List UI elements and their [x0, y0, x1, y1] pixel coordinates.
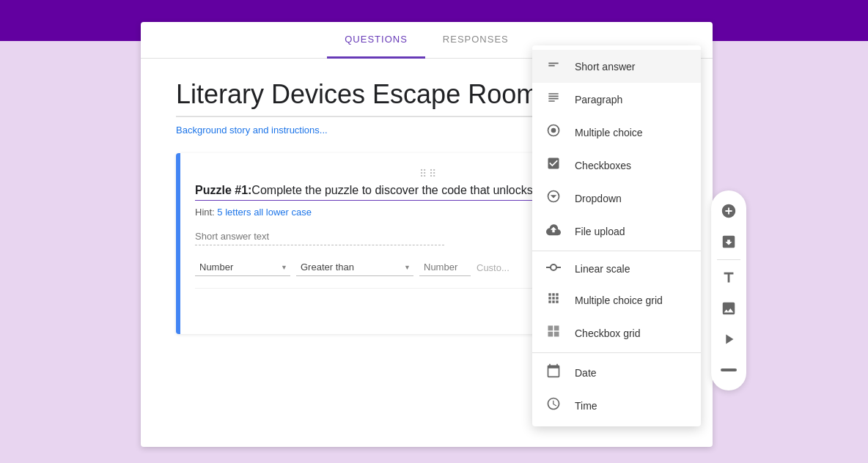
menu-item-multiple-choice[interactable]: Multiple choice [532, 116, 701, 149]
divider-1 [532, 251, 701, 251]
menu-label-checkbox-grid: Checkbox grid [575, 327, 641, 339]
hint-value: 5 letters all lower case [217, 207, 312, 218]
dropdown-menu: Short answer Paragraph Multiple choice C… [532, 45, 701, 426]
menu-item-paragraph[interactable]: Paragraph [532, 83, 701, 116]
tab-questions[interactable]: QUESTIONS [327, 22, 425, 59]
menu-label-dropdown: Dropdown [575, 193, 622, 204]
short-answer-input[interactable] [195, 228, 444, 245]
hint-label: Hint: [195, 207, 215, 218]
condition-select-wrapper: Greater than Less than Equal to Not equa… [290, 259, 413, 276]
right-sidebar [711, 190, 746, 390]
menu-item-short-answer[interactable]: Short answer [532, 50, 701, 83]
menu-label-linear-scale: Linear scale [575, 263, 630, 275]
divider-2 [532, 352, 701, 353]
add-section-button[interactable] [714, 355, 743, 385]
upload-icon [545, 222, 562, 240]
menu-item-linear-scale[interactable]: Linear scale [532, 254, 701, 284]
paragraph-icon [545, 90, 562, 108]
menu-label-multiple-choice-grid: Multiple choice grid [575, 295, 663, 306]
menu-item-time[interactable]: Time [532, 389, 701, 422]
svg-rect-5 [721, 368, 737, 371]
menu-item-multiple-choice-grid[interactable]: Multiple choice grid [532, 284, 701, 316]
linear-icon [545, 262, 562, 276]
menu-label-time: Time [575, 400, 597, 412]
checkbox-grid-icon [545, 324, 562, 342]
type-select[interactable]: Number Text Length Regular expression [195, 259, 290, 276]
add-video-button[interactable] [714, 325, 743, 354]
tab-responses[interactable]: RESPONSES [425, 22, 526, 59]
add-image-button[interactable] [714, 294, 743, 323]
menu-label-short-answer: Short answer [575, 61, 635, 73]
import-questions-button[interactable] [714, 227, 743, 256]
menu-item-date[interactable]: Date [532, 356, 701, 389]
type-select-wrapper: Number Text Length Regular expression [195, 259, 290, 276]
grid-icon [545, 291, 562, 309]
time-icon [545, 396, 562, 415]
menu-label-file-upload: File upload [575, 226, 625, 237]
svg-point-1 [551, 128, 556, 133]
sidebar-divider-1 [717, 259, 740, 260]
add-title-button[interactable] [714, 263, 743, 292]
question-title-bold: Puzzle #1: [195, 184, 251, 197]
menu-item-checkbox-grid[interactable]: Checkbox grid [532, 316, 701, 349]
condition-select[interactable]: Greater than Less than Equal to Not equa… [296, 259, 413, 276]
menu-label-date: Date [575, 367, 597, 379]
menu-label-multiple-choice: Multiple choice [575, 127, 643, 138]
menu-label-paragraph: Paragraph [575, 94, 622, 105]
menu-item-checkboxes[interactable]: Checkboxes [532, 149, 701, 182]
radio-icon [545, 123, 562, 141]
dropdown-icon [545, 189, 562, 207]
menu-item-dropdown[interactable]: Dropdown [532, 182, 701, 215]
menu-label-checkboxes: Checkboxes [575, 160, 631, 171]
checkbox-icon [545, 156, 562, 174]
short-answer-icon [545, 57, 562, 75]
svg-point-4 [551, 264, 556, 270]
date-icon [545, 363, 562, 382]
validation-custom-label: Custo... [477, 262, 510, 273]
menu-item-file-upload[interactable]: File upload [532, 215, 701, 248]
validation-number-input[interactable] [419, 259, 471, 276]
add-question-button[interactable] [714, 196, 743, 226]
